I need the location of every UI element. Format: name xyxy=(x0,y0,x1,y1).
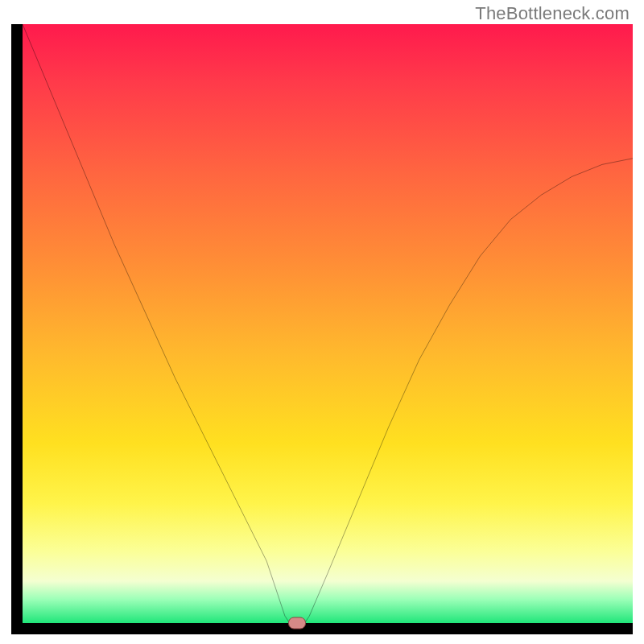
bottleneck-curve xyxy=(23,24,633,634)
watermark-text: TheBottleneck.com xyxy=(475,3,630,24)
chart-frame xyxy=(11,24,633,634)
chart-gradient-background xyxy=(23,24,633,623)
minimum-marker xyxy=(288,617,306,630)
